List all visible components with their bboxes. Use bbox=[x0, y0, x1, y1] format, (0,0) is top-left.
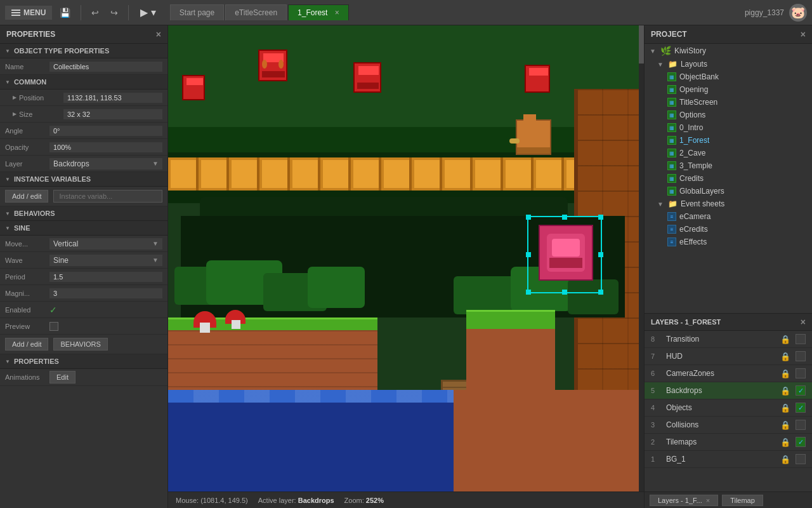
prop-enabled-row: Enabled ✓ bbox=[0, 302, 167, 318]
tree-item-1forest[interactable]: ▦ 1_Forest bbox=[645, 134, 812, 147]
move-dropdown[interactable]: Vertical ▼ bbox=[49, 238, 162, 250]
mushroom-stem1 bbox=[200, 323, 210, 333]
folder-icon: 📁 bbox=[668, 60, 678, 69]
layer-visibility-toggle[interactable]: ✓ bbox=[796, 403, 806, 413]
bug4 bbox=[525, 65, 550, 93]
layer-visibility-toggle[interactable] bbox=[796, 454, 806, 464]
panel-bottom-bar: Layers - 1_F... × Tilemap bbox=[645, 491, 812, 508]
layer-row-hud[interactable]: 7 HUD 🔒 bbox=[645, 348, 812, 365]
play-button[interactable]: ▶ ▾ bbox=[135, 4, 160, 21]
menu-button[interactable]: MENU bbox=[5, 6, 52, 20]
layout-icon: ▦ bbox=[667, 72, 676, 81]
kiwistory-icon: 🌿 bbox=[660, 46, 671, 56]
project-header: PROJECT × bbox=[645, 25, 812, 44]
add-edit-instance-button[interactable]: Add / edit bbox=[5, 190, 48, 203]
layer-row-backdrops[interactable]: 5 Backdrops 🔒 ✓ bbox=[645, 382, 812, 399]
zoom-label: Zoom: 252% bbox=[344, 497, 384, 504]
properties-panel: PROPERTIES × ▼ OBJECT TYPE PROPERTIES Na… bbox=[0, 25, 168, 508]
tree-root: ▼ 🌿 KiwiStory bbox=[645, 44, 812, 58]
bug3 bbox=[353, 62, 381, 93]
lock-icon: 🔒 bbox=[780, 420, 790, 430]
tree-item-titlescreen[interactable]: ▦ TitleScreen bbox=[645, 96, 812, 109]
section-properties-footer[interactable]: ▼ PROPERTIES bbox=[0, 354, 167, 369]
layer-visibility-toggle[interactable] bbox=[796, 368, 806, 378]
layout-icon: ▦ bbox=[667, 85, 676, 94]
canvas-viewport[interactable] bbox=[168, 25, 644, 491]
layer-row-camerazones[interactable]: 6 CameraZones 🔒 bbox=[645, 365, 812, 382]
layers-tab[interactable]: Layers - 1_F... × bbox=[650, 495, 718, 506]
tree-item-ecamera[interactable]: ≡ eCamera bbox=[645, 210, 812, 223]
tab-titlescreen[interactable]: eTitleScreen bbox=[225, 4, 287, 20]
properties-header: PROPERTIES × bbox=[0, 25, 167, 44]
tree-layouts-folder[interactable]: ▼ 📁 Layouts bbox=[645, 58, 812, 70]
layer-row-bg1[interactable]: 1 BG_1 🔒 bbox=[645, 451, 812, 468]
expand-icon: ▶ bbox=[13, 111, 16, 117]
enabled-checkbox[interactable]: ✓ bbox=[49, 305, 57, 315]
layer-visibility-toggle[interactable] bbox=[796, 351, 806, 361]
wave-dropdown[interactable]: Sine ▼ bbox=[49, 255, 162, 266]
layer-dropdown[interactable]: Backdrops ▼ bbox=[49, 158, 162, 170]
tab-forest[interactable]: 1_Forest × bbox=[288, 4, 349, 20]
section-behaviors[interactable]: ▼ BEHAVIORS bbox=[0, 206, 167, 221]
expand-icon: ▶ bbox=[13, 95, 16, 100]
scrollbar-thumb[interactable] bbox=[639, 25, 644, 64]
bug2 bbox=[182, 75, 205, 100]
layers-close-icon[interactable]: × bbox=[801, 317, 806, 327]
layer-row-transition[interactable]: 8 Transition 🔒 bbox=[645, 331, 812, 348]
add-edit-behaviors-button[interactable]: Add / edit bbox=[5, 338, 48, 351]
tree-item-credits[interactable]: ▦ Credits bbox=[645, 172, 812, 185]
tilemap-tab[interactable]: Tilemap bbox=[722, 495, 763, 506]
tab-bar: Start page eTitleScreen 1_Forest × bbox=[170, 4, 349, 20]
tree-item-3temple[interactable]: ▦ 3_Temple bbox=[645, 159, 812, 172]
layer-visibility-toggle[interactable] bbox=[796, 334, 806, 344]
layers-header: LAYERS - 1_FOREST × bbox=[645, 314, 812, 331]
project-close-icon[interactable]: × bbox=[801, 29, 806, 39]
behaviors-button[interactable]: BEHAVIORS bbox=[53, 338, 107, 351]
tree-item-globallayers[interactable]: ▦ GlobalLayers bbox=[645, 185, 812, 197]
layer-visibility-toggle[interactable] bbox=[796, 420, 806, 430]
layer-visibility-toggle[interactable]: ✓ bbox=[796, 385, 806, 396]
section-object-type[interactable]: ▼ OBJECT TYPE PROPERTIES bbox=[0, 44, 167, 58]
tree-item-ecredits[interactable]: ≡ eCredits bbox=[645, 223, 812, 236]
scrollbar-track bbox=[639, 25, 644, 491]
layout-icon: ▦ bbox=[667, 136, 676, 145]
instance-var-input[interactable] bbox=[53, 190, 162, 203]
lock-icon: 🔒 bbox=[780, 438, 790, 447]
chevron-down-icon: ▼ bbox=[152, 240, 159, 247]
chevron-down-icon: ▼ bbox=[152, 257, 159, 264]
instance-var-row: Add / edit bbox=[0, 187, 167, 206]
layer-row-collisions[interactable]: 3 Collisions 🔒 bbox=[645, 417, 812, 434]
close-layers-icon[interactable]: × bbox=[706, 497, 710, 504]
project-panel: PROJECT × ▼ 🌿 KiwiStory ▼ 📁 Layouts ▦ Ob… bbox=[645, 25, 812, 314]
save-button[interactable]: 💾 bbox=[56, 5, 74, 20]
tree-item-opening[interactable]: ▦ Opening bbox=[645, 83, 812, 96]
properties-close-icon[interactable]: × bbox=[156, 29, 161, 39]
section-common[interactable]: ▼ COMMON bbox=[0, 75, 167, 90]
selected-char bbox=[539, 225, 593, 281]
collapse-icon: ▼ bbox=[5, 177, 10, 182]
edit-animations-button[interactable]: Edit bbox=[49, 371, 75, 384]
layer-row-objects[interactable]: 4 Objects 🔒 ✓ bbox=[645, 399, 812, 417]
section-sine[interactable]: ▼ SINE bbox=[0, 221, 167, 236]
collapse-icon: ▼ bbox=[5, 225, 10, 231]
event-icon: ≡ bbox=[667, 237, 676, 246]
tree-item-0intro[interactable]: ▦ 0_Intro bbox=[645, 121, 812, 134]
layer-visibility-toggle[interactable]: ✓ bbox=[796, 437, 806, 447]
redo-button[interactable]: ↪ bbox=[107, 5, 122, 20]
layout-icon: ▦ bbox=[667, 174, 676, 183]
undo-button[interactable]: ↩ bbox=[88, 5, 103, 20]
section-instance-variables[interactable]: ▼ INSTANCE VARIABLES bbox=[0, 172, 167, 187]
tree-item-objectbank[interactable]: ▦ ObjectBank bbox=[645, 70, 812, 83]
tree-item-eeffects[interactable]: ≡ eEffects bbox=[645, 236, 812, 248]
avatar[interactable]: 🐷 bbox=[789, 4, 807, 22]
tree-item-2cave[interactable]: ▦ 2_Cave bbox=[645, 147, 812, 159]
preview-checkbox[interactable] bbox=[49, 322, 58, 331]
selection-box bbox=[527, 216, 602, 293]
event-icon: ≡ bbox=[667, 212, 676, 221]
handle-br bbox=[598, 290, 603, 295]
close-tab-icon[interactable]: × bbox=[335, 8, 339, 17]
layer-row-tilemaps[interactable]: 2 Tilemaps 🔒 ✓ bbox=[645, 434, 812, 451]
tree-eventsheets-folder[interactable]: ▼ 📁 Event sheets bbox=[645, 197, 812, 210]
tree-item-options[interactable]: ▦ Options bbox=[645, 109, 812, 121]
tab-start[interactable]: Start page bbox=[170, 4, 224, 20]
